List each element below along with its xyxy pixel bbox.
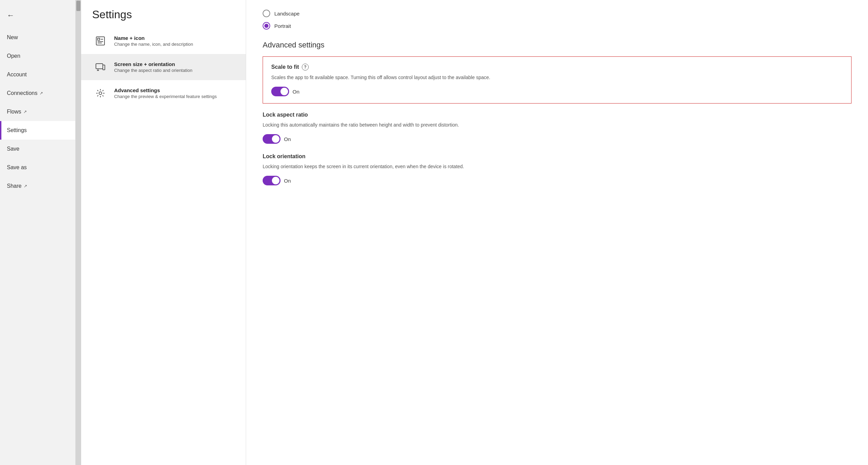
name-icon-desc: Change the name, icon, and description [114,42,193,47]
svg-rect-8 [103,65,105,70]
radio-landscape[interactable]: Landscape [263,10,851,17]
main-area: Settings Name + icon Change the name, ic… [76,0,868,465]
sidebar-item-label-share: Share [7,183,22,189]
sidebar-item-label-settings: Settings [7,127,27,133]
flows-label-group: Flows ↗ [7,109,27,115]
scale-to-fit-toggle-label: On [293,89,299,95]
external-link-icon-flows: ↗ [23,109,27,114]
external-link-icon-connections: ↗ [40,91,43,96]
orientation-section: Landscape Portrait [263,10,851,30]
scrollbar-thumb[interactable] [76,1,80,11]
sidebar-item-save[interactable]: Save [0,140,75,158]
scale-to-fit-toggle-knob [281,88,288,95]
settings-menu-advanced[interactable]: Advanced settings Change the preview & e… [81,80,246,106]
orientation-radio-group: Landscape Portrait [263,10,851,30]
sidebar-item-label-save-as: Save as [7,164,27,171]
landscape-label: Landscape [274,11,299,17]
svg-rect-1 [98,38,100,40]
sidebar-item-account[interactable]: Account [0,65,75,84]
scale-to-fit-help-icon[interactable]: ? [302,64,309,71]
advanced-desc: Change the preview & experimental featur… [114,94,217,99]
scale-to-fit-title: Scale to fit [271,64,299,70]
screen-size-icon [94,60,107,74]
lock-aspect-ratio-toggle-label: On [284,136,291,142]
svg-point-9 [99,92,102,95]
connections-label-group: Connections ↗ [7,90,43,96]
advanced-text: Advanced settings Change the preview & e… [114,87,217,99]
portrait-label: Portrait [274,23,291,29]
lock-aspect-ratio-toggle-knob [272,135,279,143]
external-link-icon-share: ↗ [24,184,27,188]
sidebar-item-label-account: Account [7,72,27,78]
settings-menu-name-icon[interactable]: Name + icon Change the name, icon, and d… [81,28,246,54]
scale-to-fit-desc: Scales the app to fit available space. T… [271,74,843,81]
back-icon: ← [7,11,14,20]
scale-to-fit-title-row: Scale to fit ? [271,64,843,71]
radio-circle-portrait [263,22,270,30]
name-icon-text: Name + icon Change the name, icon, and d… [114,35,193,47]
lock-aspect-ratio-desc: Locking this automatically maintains the… [263,121,851,129]
lock-aspect-ratio-title: Lock aspect ratio [263,112,851,118]
advanced-section-title: Advanced settings [263,41,851,50]
sidebar-item-share[interactable]: Share ↗ [0,177,75,195]
lock-orientation-toggle-row: On [263,176,851,185]
sidebar-item-save-as[interactable]: Save as [0,158,75,177]
sidebar-item-open[interactable]: Open [0,47,75,65]
settings-panel: Settings Name + icon Change the name, ic… [81,0,868,465]
lock-orientation-toggle-knob [272,177,279,184]
scrollbar-track[interactable] [76,0,81,465]
sidebar-item-settings[interactable]: Settings [0,121,75,140]
scale-to-fit-toggle[interactable] [271,87,289,96]
radio-portrait[interactable]: Portrait [263,22,851,30]
settings-content: Landscape Portrait Advanced settings Sca… [246,0,868,465]
sidebar: ← New Open Account Connections ↗ Flows ↗… [0,0,76,465]
advanced-icon [94,86,107,100]
settings-left: Settings Name + icon Change the name, ic… [81,0,246,465]
sidebar-item-flows[interactable]: Flows ↗ [0,102,75,121]
name-icon-icon [94,34,107,48]
settings-menu-screen-size[interactable]: Screen size + orientation Change the asp… [81,54,246,80]
lock-orientation-toggle-label: On [284,178,291,184]
lock-orientation-title: Lock orientation [263,153,851,160]
sidebar-item-label-open: Open [7,53,20,59]
screen-size-label: Screen size + orientation [114,61,193,67]
sidebar-item-label-connections: Connections [7,90,37,96]
scale-to-fit-card: Scale to fit ? Scales the app to fit ava… [263,56,851,104]
screen-size-text: Screen size + orientation Change the asp… [114,61,193,73]
radio-circle-landscape [263,10,270,17]
lock-orientation-block: Lock orientation Locking orientation kee… [263,153,851,185]
share-label-group: Share ↗ [7,183,27,189]
sidebar-nav: New Open Account Connections ↗ Flows ↗ S… [0,28,75,195]
advanced-label: Advanced settings [114,87,217,93]
back-button[interactable]: ← [0,6,75,28]
lock-orientation-desc: Locking orientation keeps the screen in … [263,163,851,170]
lock-aspect-ratio-block: Lock aspect ratio Locking this automatic… [263,112,851,144]
lock-orientation-toggle[interactable] [263,176,281,185]
settings-title: Settings [81,0,246,28]
sidebar-item-label-flows: Flows [7,109,21,115]
sidebar-item-connections[interactable]: Connections ↗ [0,84,75,102]
sidebar-item-label-save: Save [7,146,19,152]
scale-to-fit-toggle-row: On [271,87,843,96]
sidebar-item-label-new: New [7,34,18,41]
screen-size-desc: Change the aspect ratio and orientation [114,68,193,73]
active-bar [0,121,1,140]
svg-rect-5 [96,64,103,69]
name-icon-label: Name + icon [114,35,193,41]
lock-aspect-ratio-toggle-row: On [263,134,851,144]
sidebar-item-new[interactable]: New [0,28,75,47]
lock-aspect-ratio-toggle[interactable] [263,134,281,144]
